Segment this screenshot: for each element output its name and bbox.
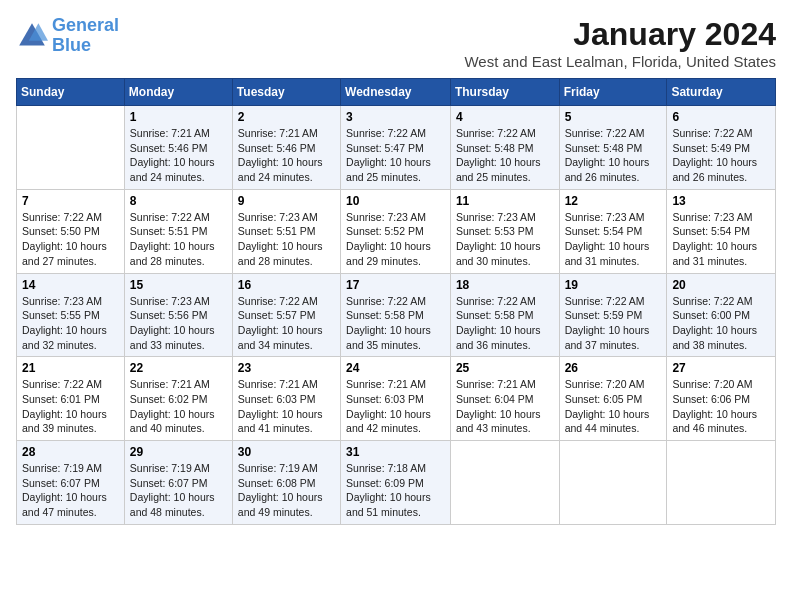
day-number: 11 <box>456 194 554 208</box>
calendar-week-row: 7Sunrise: 7:22 AMSunset: 5:50 PMDaylight… <box>17 189 776 273</box>
calendar-cell: 19Sunrise: 7:22 AMSunset: 5:59 PMDayligh… <box>559 273 667 357</box>
day-number: 31 <box>346 445 445 459</box>
day-number: 13 <box>672 194 770 208</box>
calendar-week-row: 21Sunrise: 7:22 AMSunset: 6:01 PMDayligh… <box>17 357 776 441</box>
day-info: Sunrise: 7:21 AMSunset: 5:46 PMDaylight:… <box>130 126 227 185</box>
calendar-cell: 7Sunrise: 7:22 AMSunset: 5:50 PMDaylight… <box>17 189 125 273</box>
title-section: January 2024 West and East Lealman, Flor… <box>464 16 776 70</box>
calendar-cell: 11Sunrise: 7:23 AMSunset: 5:53 PMDayligh… <box>450 189 559 273</box>
logo-text-line1: General <box>52 16 119 36</box>
day-number: 15 <box>130 278 227 292</box>
day-info: Sunrise: 7:21 AMSunset: 5:46 PMDaylight:… <box>238 126 335 185</box>
header-day-sunday: Sunday <box>17 79 125 106</box>
calendar-cell: 31Sunrise: 7:18 AMSunset: 6:09 PMDayligh… <box>341 441 451 525</box>
logo-text-line2: Blue <box>52 36 119 56</box>
day-info: Sunrise: 7:22 AMSunset: 5:49 PMDaylight:… <box>672 126 770 185</box>
calendar-cell: 5Sunrise: 7:22 AMSunset: 5:48 PMDaylight… <box>559 106 667 190</box>
day-info: Sunrise: 7:22 AMSunset: 5:48 PMDaylight:… <box>565 126 662 185</box>
day-number: 6 <box>672 110 770 124</box>
day-info: Sunrise: 7:22 AMSunset: 5:57 PMDaylight:… <box>238 294 335 353</box>
calendar-cell: 13Sunrise: 7:23 AMSunset: 5:54 PMDayligh… <box>667 189 776 273</box>
day-number: 22 <box>130 361 227 375</box>
header-day-wednesday: Wednesday <box>341 79 451 106</box>
day-number: 28 <box>22 445 119 459</box>
day-number: 9 <box>238 194 335 208</box>
day-number: 30 <box>238 445 335 459</box>
header-day-thursday: Thursday <box>450 79 559 106</box>
day-number: 3 <box>346 110 445 124</box>
calendar-cell: 14Sunrise: 7:23 AMSunset: 5:55 PMDayligh… <box>17 273 125 357</box>
calendar-week-row: 28Sunrise: 7:19 AMSunset: 6:07 PMDayligh… <box>17 441 776 525</box>
day-info: Sunrise: 7:23 AMSunset: 5:54 PMDaylight:… <box>672 210 770 269</box>
day-number: 16 <box>238 278 335 292</box>
day-info: Sunrise: 7:22 AMSunset: 5:47 PMDaylight:… <box>346 126 445 185</box>
calendar-subtitle: West and East Lealman, Florida, United S… <box>464 53 776 70</box>
calendar-cell: 28Sunrise: 7:19 AMSunset: 6:07 PMDayligh… <box>17 441 125 525</box>
calendar-cell <box>559 441 667 525</box>
calendar-cell: 9Sunrise: 7:23 AMSunset: 5:51 PMDaylight… <box>232 189 340 273</box>
calendar-week-row: 1Sunrise: 7:21 AMSunset: 5:46 PMDaylight… <box>17 106 776 190</box>
day-info: Sunrise: 7:21 AMSunset: 6:02 PMDaylight:… <box>130 377 227 436</box>
calendar-title: January 2024 <box>464 16 776 53</box>
header-day-saturday: Saturday <box>667 79 776 106</box>
day-number: 25 <box>456 361 554 375</box>
calendar-cell: 12Sunrise: 7:23 AMSunset: 5:54 PMDayligh… <box>559 189 667 273</box>
day-info: Sunrise: 7:23 AMSunset: 5:53 PMDaylight:… <box>456 210 554 269</box>
calendar-cell: 8Sunrise: 7:22 AMSunset: 5:51 PMDaylight… <box>124 189 232 273</box>
calendar-cell: 15Sunrise: 7:23 AMSunset: 5:56 PMDayligh… <box>124 273 232 357</box>
day-info: Sunrise: 7:19 AMSunset: 6:07 PMDaylight:… <box>130 461 227 520</box>
calendar-cell: 29Sunrise: 7:19 AMSunset: 6:07 PMDayligh… <box>124 441 232 525</box>
logo-icon <box>16 20 48 52</box>
day-number: 29 <box>130 445 227 459</box>
day-info: Sunrise: 7:23 AMSunset: 5:52 PMDaylight:… <box>346 210 445 269</box>
calendar-cell <box>17 106 125 190</box>
day-info: Sunrise: 7:22 AMSunset: 6:01 PMDaylight:… <box>22 377 119 436</box>
day-number: 12 <box>565 194 662 208</box>
day-number: 7 <box>22 194 119 208</box>
calendar-table: SundayMondayTuesdayWednesdayThursdayFrid… <box>16 78 776 525</box>
day-info: Sunrise: 7:18 AMSunset: 6:09 PMDaylight:… <box>346 461 445 520</box>
calendar-cell: 20Sunrise: 7:22 AMSunset: 6:00 PMDayligh… <box>667 273 776 357</box>
header-day-monday: Monday <box>124 79 232 106</box>
day-info: Sunrise: 7:21 AMSunset: 6:03 PMDaylight:… <box>238 377 335 436</box>
day-info: Sunrise: 7:19 AMSunset: 6:08 PMDaylight:… <box>238 461 335 520</box>
calendar-cell: 24Sunrise: 7:21 AMSunset: 6:03 PMDayligh… <box>341 357 451 441</box>
calendar-cell: 27Sunrise: 7:20 AMSunset: 6:06 PMDayligh… <box>667 357 776 441</box>
day-info: Sunrise: 7:22 AMSunset: 5:58 PMDaylight:… <box>456 294 554 353</box>
day-info: Sunrise: 7:23 AMSunset: 5:54 PMDaylight:… <box>565 210 662 269</box>
header: General Blue January 2024 West and East … <box>16 16 776 70</box>
calendar-cell <box>450 441 559 525</box>
day-info: Sunrise: 7:23 AMSunset: 5:55 PMDaylight:… <box>22 294 119 353</box>
day-info: Sunrise: 7:22 AMSunset: 6:00 PMDaylight:… <box>672 294 770 353</box>
day-number: 24 <box>346 361 445 375</box>
day-number: 20 <box>672 278 770 292</box>
header-day-tuesday: Tuesday <box>232 79 340 106</box>
day-number: 17 <box>346 278 445 292</box>
day-info: Sunrise: 7:22 AMSunset: 5:48 PMDaylight:… <box>456 126 554 185</box>
calendar-cell: 4Sunrise: 7:22 AMSunset: 5:48 PMDaylight… <box>450 106 559 190</box>
header-day-friday: Friday <box>559 79 667 106</box>
day-info: Sunrise: 7:23 AMSunset: 5:51 PMDaylight:… <box>238 210 335 269</box>
day-number: 5 <box>565 110 662 124</box>
calendar-cell: 16Sunrise: 7:22 AMSunset: 5:57 PMDayligh… <box>232 273 340 357</box>
day-info: Sunrise: 7:20 AMSunset: 6:05 PMDaylight:… <box>565 377 662 436</box>
calendar-cell: 17Sunrise: 7:22 AMSunset: 5:58 PMDayligh… <box>341 273 451 357</box>
calendar-cell: 3Sunrise: 7:22 AMSunset: 5:47 PMDaylight… <box>341 106 451 190</box>
calendar-cell: 22Sunrise: 7:21 AMSunset: 6:02 PMDayligh… <box>124 357 232 441</box>
day-number: 2 <box>238 110 335 124</box>
calendar-cell: 30Sunrise: 7:19 AMSunset: 6:08 PMDayligh… <box>232 441 340 525</box>
day-number: 18 <box>456 278 554 292</box>
calendar-cell <box>667 441 776 525</box>
calendar-cell: 25Sunrise: 7:21 AMSunset: 6:04 PMDayligh… <box>450 357 559 441</box>
day-info: Sunrise: 7:20 AMSunset: 6:06 PMDaylight:… <box>672 377 770 436</box>
day-info: Sunrise: 7:21 AMSunset: 6:03 PMDaylight:… <box>346 377 445 436</box>
day-number: 21 <box>22 361 119 375</box>
day-number: 14 <box>22 278 119 292</box>
day-number: 10 <box>346 194 445 208</box>
day-info: Sunrise: 7:22 AMSunset: 5:59 PMDaylight:… <box>565 294 662 353</box>
calendar-cell: 2Sunrise: 7:21 AMSunset: 5:46 PMDaylight… <box>232 106 340 190</box>
calendar-cell: 1Sunrise: 7:21 AMSunset: 5:46 PMDaylight… <box>124 106 232 190</box>
day-number: 19 <box>565 278 662 292</box>
calendar-cell: 23Sunrise: 7:21 AMSunset: 6:03 PMDayligh… <box>232 357 340 441</box>
calendar-cell: 6Sunrise: 7:22 AMSunset: 5:49 PMDaylight… <box>667 106 776 190</box>
